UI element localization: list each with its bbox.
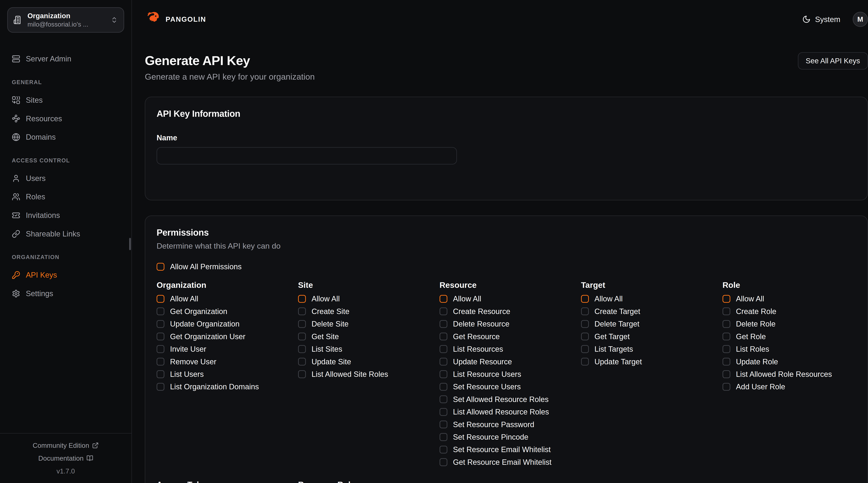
checkbox-add-user-role[interactable] (722, 383, 730, 391)
allow-all-permissions-checkbox[interactable] (157, 263, 164, 271)
permission-checkbox-row[interactable]: Update Role (722, 357, 856, 366)
checkbox-set-resource-password[interactable] (439, 421, 447, 428)
checkbox-list-roles[interactable] (722, 345, 730, 353)
sidebar-item-sites[interactable]: Sites (7, 92, 124, 108)
permission-checkbox-row[interactable]: Delete Target (581, 320, 715, 328)
documentation-link[interactable]: Documentation (38, 452, 93, 464)
permission-checkbox-row[interactable]: Get Role (722, 332, 856, 341)
user-avatar[interactable]: M (853, 12, 868, 27)
checkbox-delete-role[interactable] (722, 320, 730, 328)
permission-checkbox-row[interactable]: Create Resource (439, 307, 573, 316)
allow-all-permissions-row[interactable]: Allow All Permissions (157, 262, 856, 271)
community-edition-link[interactable]: Community Edition (33, 439, 99, 452)
checkbox-set-resource-users[interactable] (439, 383, 447, 391)
checkbox-delete-resource[interactable] (439, 320, 447, 328)
permission-checkbox-row[interactable]: Allow All (298, 295, 432, 303)
checkbox-list-targets[interactable] (581, 345, 589, 353)
checkbox-list-allowed-site-roles[interactable] (298, 370, 306, 378)
permission-checkbox-row[interactable]: Update Resource (439, 357, 573, 366)
permission-checkbox-row[interactable]: Allow All (722, 295, 856, 303)
checkbox-update-target[interactable] (581, 358, 589, 365)
see-all-api-keys-button[interactable]: See All API Keys (798, 52, 868, 70)
permission-checkbox-row[interactable]: Get Resource (439, 332, 573, 341)
permission-checkbox-row[interactable]: List Targets (581, 345, 715, 353)
checkbox-delete-target[interactable] (581, 320, 589, 328)
checkbox-get-site[interactable] (298, 332, 306, 341)
permission-checkbox-row[interactable]: Get Site (298, 332, 432, 341)
sidebar-item-resources[interactable]: Resources (7, 111, 124, 126)
checkbox-list-organization-domains[interactable] (157, 383, 164, 391)
checkbox-allow-all[interactable] (439, 295, 447, 303)
permission-checkbox-row[interactable]: Delete Resource (439, 320, 573, 328)
checkbox-list-sites[interactable] (298, 345, 306, 353)
sidebar-scrollbar-thumb[interactable] (129, 238, 131, 250)
permission-checkbox-row[interactable]: Allow All (157, 295, 290, 303)
checkbox-delete-site[interactable] (298, 320, 306, 328)
checkbox-get-target[interactable] (581, 332, 589, 341)
permission-checkbox-row[interactable]: Update Site (298, 357, 432, 366)
permission-checkbox-row[interactable]: Allow All (581, 295, 715, 303)
checkbox-update-role[interactable] (722, 358, 730, 365)
sidebar-item-settings[interactable]: Settings (7, 286, 124, 301)
sidebar-item-api-keys[interactable]: API Keys (7, 267, 124, 283)
sidebar-item-roles[interactable]: Roles (7, 189, 124, 205)
checkbox-set-resource-pincode[interactable] (439, 433, 447, 441)
checkbox-list-allowed-resource-roles[interactable] (439, 408, 447, 416)
permission-checkbox-row[interactable]: List Allowed Role Resources (722, 370, 856, 379)
permission-checkbox-row[interactable]: Update Target (581, 357, 715, 366)
checkbox-create-target[interactable] (581, 308, 589, 315)
checkbox-create-resource[interactable] (439, 308, 447, 315)
checkbox-list-allowed-role-resources[interactable] (722, 370, 730, 378)
org-switcher[interactable]: Organization milo@fossorial.io's ... (7, 7, 124, 33)
permission-checkbox-row[interactable]: Allow All (439, 295, 573, 303)
permission-checkbox-row[interactable]: Set Allowed Resource Roles (439, 395, 573, 404)
sidebar-item-domains[interactable]: Domains (7, 129, 124, 145)
permission-checkbox-row[interactable]: Delete Role (722, 320, 856, 328)
name-input[interactable] (157, 147, 457, 164)
permission-checkbox-row[interactable]: Set Resource Pincode (439, 433, 573, 441)
permission-checkbox-row[interactable]: Create Target (581, 307, 715, 316)
checkbox-get-role[interactable] (722, 332, 730, 341)
checkbox-create-site[interactable] (298, 308, 306, 315)
checkbox-create-role[interactable] (722, 308, 730, 315)
checkbox-update-organization[interactable] (157, 320, 164, 328)
checkbox-update-site[interactable] (298, 358, 306, 365)
checkbox-get-resource[interactable] (439, 332, 447, 341)
permission-checkbox-row[interactable]: List Users (157, 370, 290, 379)
checkbox-get-resource-email-whitelist[interactable] (439, 458, 447, 466)
permission-checkbox-row[interactable]: List Resource Users (439, 370, 573, 379)
permission-checkbox-row[interactable]: Get Organization User (157, 332, 290, 341)
checkbox-list-users[interactable] (157, 370, 164, 378)
checkbox-allow-all[interactable] (722, 295, 730, 303)
checkbox-update-resource[interactable] (439, 358, 447, 365)
permission-checkbox-row[interactable]: Create Role (722, 307, 856, 316)
checkbox-allow-all[interactable] (157, 295, 164, 303)
permission-checkbox-row[interactable]: Add User Role (722, 383, 856, 391)
checkbox-get-organization-user[interactable] (157, 332, 164, 341)
sidebar-item-invitations[interactable]: Invitations (7, 207, 124, 223)
permission-checkbox-row[interactable]: Get Target (581, 332, 715, 341)
permission-checkbox-row[interactable]: Invite User (157, 345, 290, 353)
permission-checkbox-row[interactable]: Get Organization (157, 307, 290, 316)
brand[interactable]: PANGOLIN (145, 11, 206, 28)
checkbox-allow-all[interactable] (581, 295, 589, 303)
checkbox-invite-user[interactable] (157, 345, 164, 353)
checkbox-allow-all[interactable] (298, 295, 306, 303)
sidebar-item-server-admin[interactable]: Server Admin (7, 51, 124, 67)
permission-checkbox-row[interactable]: Delete Site (298, 320, 432, 328)
permission-checkbox-row[interactable]: Set Resource Users (439, 383, 573, 391)
permission-checkbox-row[interactable]: Update Organization (157, 320, 290, 328)
checkbox-list-resource-users[interactable] (439, 370, 447, 378)
permission-checkbox-row[interactable]: List Allowed Site Roles (298, 370, 432, 379)
permission-checkbox-row[interactable]: Get Resource Email Whitelist (439, 458, 573, 466)
checkbox-set-allowed-resource-roles[interactable] (439, 395, 447, 403)
sidebar-item-users[interactable]: Users (7, 170, 124, 186)
permission-checkbox-row[interactable]: Set Resource Email Whitelist (439, 445, 573, 454)
permission-checkbox-row[interactable]: List Resources (439, 345, 573, 353)
permission-checkbox-row[interactable]: List Sites (298, 345, 432, 353)
theme-toggle[interactable]: System (802, 15, 840, 24)
permission-checkbox-row[interactable]: Create Site (298, 307, 432, 316)
sidebar-item-shareable-links[interactable]: Shareable Links (7, 226, 124, 242)
permission-checkbox-row[interactable]: List Roles (722, 345, 856, 353)
permission-checkbox-row[interactable]: Remove User (157, 357, 290, 366)
